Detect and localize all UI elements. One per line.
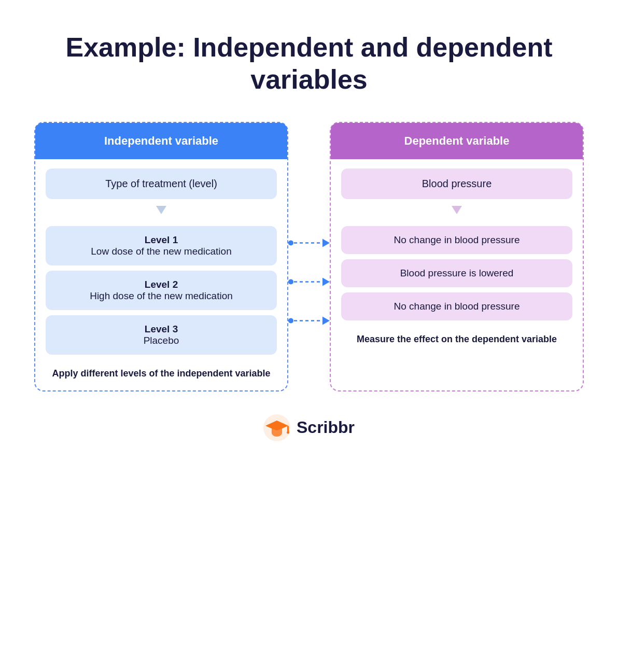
logo-area: Scribbr bbox=[263, 414, 355, 441]
diagram-container: Independent variable Type of treatment (… bbox=[34, 122, 584, 391]
svg-marker-6 bbox=[322, 277, 330, 286]
level-1-desc: Low dose of the new medication bbox=[91, 246, 231, 257]
outcome-1-box: No change in blood pressure bbox=[341, 226, 572, 254]
dependent-variable-type: Blood pressure bbox=[341, 169, 572, 199]
level-3-box: Level 3 Placebo bbox=[46, 315, 277, 355]
level-2-desc: High dose of the new medication bbox=[90, 290, 233, 301]
svg-marker-10 bbox=[452, 206, 462, 214]
independent-variable-type: Type of treatment (level) bbox=[46, 169, 277, 199]
svg-point-5 bbox=[288, 279, 293, 284]
level-3-label: Level 3 bbox=[145, 324, 178, 334]
svg-marker-3 bbox=[322, 239, 330, 247]
level-1-label: Level 1 bbox=[145, 234, 178, 245]
svg-point-14 bbox=[287, 431, 289, 433]
independent-variable-header: Independent variable bbox=[35, 123, 287, 159]
level-3-desc: Placebo bbox=[144, 335, 179, 346]
page-title: Example: Independent and dependent varia… bbox=[31, 31, 587, 96]
left-down-arrow bbox=[35, 200, 287, 220]
independent-variable-column: Independent variable Type of treatment (… bbox=[34, 122, 288, 391]
left-footer-text: Apply different levels of the independen… bbox=[46, 367, 277, 380]
outcome-3-box: No change in blood pressure bbox=[341, 292, 572, 320]
connector-column bbox=[288, 122, 330, 391]
svg-marker-9 bbox=[322, 316, 330, 325]
svg-point-8 bbox=[288, 318, 293, 323]
level-2-label: Level 2 bbox=[145, 279, 178, 290]
svg-marker-0 bbox=[156, 206, 166, 214]
dependent-variable-header: Dependent variable bbox=[331, 123, 583, 159]
connector-arrows-svg bbox=[288, 122, 330, 391]
scribbr-logo-icon bbox=[263, 414, 290, 441]
level-1-box: Level 1 Low dose of the new medication bbox=[46, 226, 277, 265]
outcome-2-box: Blood pressure is lowered bbox=[341, 259, 572, 287]
right-down-arrow bbox=[331, 200, 583, 220]
right-footer-text: Measure the effect on the dependent vari… bbox=[341, 333, 572, 346]
scribbr-logo-text: Scribbr bbox=[297, 418, 355, 437]
svg-rect-13 bbox=[287, 426, 289, 432]
dependent-variable-column: Dependent variable Blood pressure No cha… bbox=[330, 122, 584, 391]
level-2-box: Level 2 High dose of the new medication bbox=[46, 271, 277, 310]
svg-point-2 bbox=[288, 240, 293, 245]
